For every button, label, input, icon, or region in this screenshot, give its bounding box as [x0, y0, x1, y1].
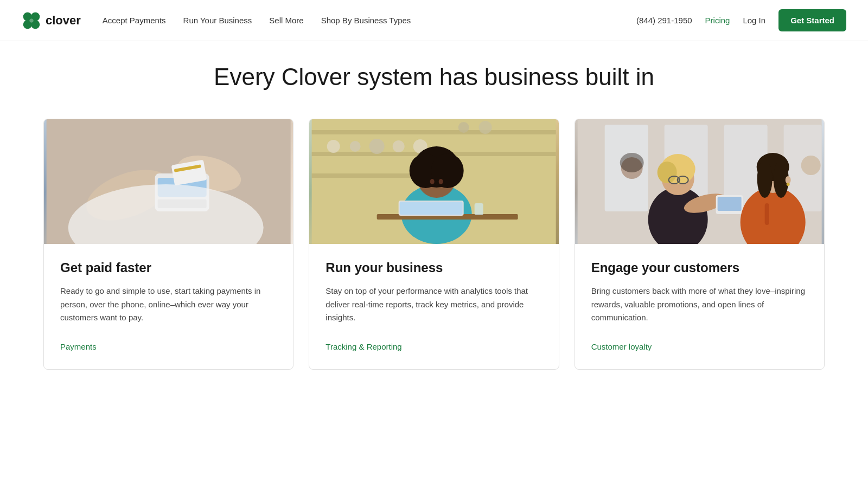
card-image-payments: 💳	[44, 119, 293, 244]
card-link-tracking[interactable]: Tracking & Reporting	[326, 342, 401, 351]
svg-rect-51	[717, 197, 741, 211]
get-started-button[interactable]: Get Started	[778, 9, 846, 31]
nav-links: Accept Payments Run Your Business Sell M…	[103, 16, 636, 25]
svg-point-31	[430, 179, 435, 184]
nav-accept-payments[interactable]: Accept Payments	[103, 16, 166, 25]
navbar: clover Accept Payments Run Your Business…	[0, 0, 868, 41]
svg-rect-53	[764, 203, 769, 225]
loyalty-illustration	[575, 119, 824, 244]
card-image-tracking	[309, 119, 558, 244]
card-image-loyalty	[575, 119, 824, 244]
card-title-loyalty: Engage your customers	[591, 259, 808, 276]
svg-point-5	[29, 18, 33, 22]
svg-point-58	[785, 176, 790, 184]
svg-rect-35	[400, 202, 463, 215]
card-tracking: Run your business Stay on top of your pe…	[309, 119, 559, 370]
svg-point-22	[393, 140, 405, 152]
nav-shop-business-types[interactable]: Shop By Business Types	[321, 16, 411, 25]
card-desc-loyalty: Bring customers back with more of what t…	[591, 285, 808, 325]
payment-illustration	[44, 119, 293, 244]
svg-point-32	[439, 179, 443, 184]
card-link-payments[interactable]: Payments	[60, 342, 97, 351]
svg-point-19	[327, 140, 340, 153]
logo-link[interactable]: clover	[22, 11, 81, 30]
card-loyalty: Engage your customers Bring customers ba…	[575, 119, 825, 370]
svg-point-24	[458, 122, 469, 133]
svg-point-21	[369, 139, 385, 154]
svg-point-57	[757, 160, 772, 198]
card-desc-tracking: Stay on top of your performance with ana…	[326, 285, 542, 325]
nav-run-business[interactable]: Run Your Business	[183, 16, 252, 25]
svg-point-59	[786, 183, 789, 186]
tracking-illustration	[309, 119, 558, 244]
card-desc-payments: Ready to go and simple to use, start tak…	[60, 285, 277, 325]
card-payments: 💳	[43, 119, 293, 370]
logo-text: clover	[46, 14, 81, 28]
svg-point-62	[801, 156, 820, 175]
login-link[interactable]: Log In	[743, 16, 765, 25]
nav-sell-more[interactable]: Sell More	[269, 16, 303, 25]
svg-point-25	[479, 121, 492, 134]
svg-point-61	[620, 153, 643, 172]
card-title-tracking: Run your business	[326, 259, 542, 276]
clover-logo-icon	[22, 11, 41, 30]
main-content: Every Clover system has business built i…	[0, 41, 868, 402]
nav-right: (844) 291-1950 Pricing Log In Get Starte…	[636, 9, 846, 31]
cards-grid: 💳	[43, 119, 825, 370]
card-body-payments: Get paid faster Ready to go and simple t…	[44, 244, 293, 369]
card-body-loyalty: Engage your customers Bring customers ba…	[575, 244, 824, 369]
card-link-loyalty[interactable]: Customer loyalty	[591, 342, 652, 351]
card-body-tracking: Run your business Stay on top of your pe…	[309, 244, 558, 369]
card-title-payments: Get paid faster	[60, 259, 277, 276]
phone-number: (844) 291-1950	[636, 16, 692, 25]
svg-rect-36	[475, 203, 483, 215]
hero-title: Every Clover system has business built i…	[43, 63, 825, 92]
svg-point-20	[350, 141, 361, 152]
svg-point-45	[657, 162, 676, 183]
svg-rect-16	[312, 130, 556, 134]
svg-point-30	[431, 153, 464, 188]
pricing-link[interactable]: Pricing	[705, 16, 730, 25]
